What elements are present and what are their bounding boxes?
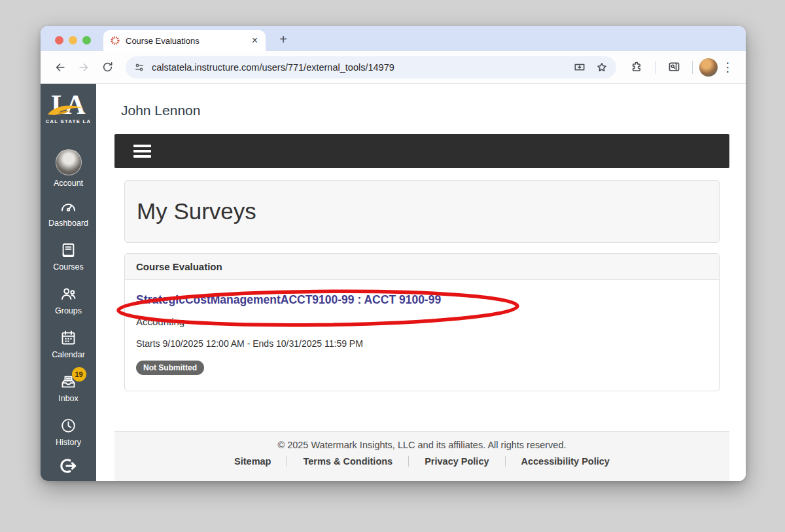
course-survey-link[interactable]: StrategicCostManagementACCT9100-99 : ACC… [136,293,441,307]
extensions-button[interactable] [625,56,648,79]
window-close-button[interactable] [55,36,63,44]
dashboard-gauge-icon [60,198,77,215]
forward-arrow-icon [77,61,90,74]
desktop-background: Course Evaluations × + [0,0,785,532]
course-subject: Accounting [136,316,708,327]
sidebar-item-courses[interactable]: Courses [41,234,96,278]
reload-button[interactable] [96,56,119,79]
sidebar-logout-button[interactable] [41,455,96,477]
window-controls [55,36,91,44]
card-header: Course Evaluation [125,254,719,280]
courses-book-icon [60,241,77,259]
save-install-icon[interactable] [573,61,586,74]
hamburger-menu-button[interactable] [131,142,154,160]
footer-link-sitemap[interactable]: Sitemap [218,456,287,467]
back-button[interactable] [48,56,72,79]
sidebar-item-label: Dashboard [48,219,88,228]
footer-link-accessibility[interactable]: Accessibility Policy [505,456,625,467]
address-bar[interactable]: calstatela.instructure.com/users/771/ext… [126,56,616,79]
canvas-favicon-icon [110,35,120,46]
cal-state-la-logo[interactable]: LA CAL STATE LA [41,84,96,137]
survey-dates: Starts 9/10/2025 12:00 AM - Ends 10/31/2… [136,338,708,349]
history-clock-icon [60,417,77,434]
sidebar-item-inbox[interactable]: 19 Inbox [41,366,96,410]
user-avatar [56,149,82,175]
surveys-heading: My Surveys [137,198,707,224]
toolbar-right-group: ⋮ [625,56,738,79]
browser-profile-avatar[interactable] [699,58,718,77]
course-evaluation-card: Course Evaluation StrategicCostManagemen… [124,253,720,391]
sidebar-item-label: Calendar [52,350,85,359]
browser-menu-button[interactable]: ⋮ [718,60,738,75]
tab-title: Course Evaluations [126,36,245,46]
toolbar-divider [655,61,655,74]
forward-button[interactable] [72,56,96,79]
footer-link-terms[interactable]: Terms & Conditions [287,456,408,467]
sidebar-item-label: History [56,438,81,447]
new-tab-button[interactable]: + [275,31,292,48]
groups-people-icon [60,285,77,303]
browser-toolbar: calstatela.instructure.com/users/771/ext… [41,51,746,84]
evaluation-tool-navbar [114,134,729,168]
side-panel-search-icon [667,60,681,74]
inbox-unread-badge: 19 [72,367,86,381]
bookmark-star-icon[interactable] [595,61,608,74]
sidebar-item-history[interactable]: History [41,410,96,453]
footer-link-privacy[interactable]: Privacy Policy [408,456,504,467]
sidebar-item-label: Account [54,179,83,188]
page-title: John Lennon [96,84,746,118]
card-body: StrategicCostManagementACCT9100-99 : ACC… [125,280,719,391]
footer-links: Sitemap Terms & Conditions Privacy Polic… [114,456,729,467]
browser-tab[interactable]: Course Evaluations × [103,30,266,51]
omnibox-actions [573,61,608,74]
tool-footer: © 2025 Watermark Insights, LLC and its a… [114,431,729,481]
sidebar-item-calendar[interactable]: Calendar [41,322,96,366]
toolbar-divider [692,61,693,74]
logo-text: LA [51,92,85,118]
sidebar-item-groups[interactable]: Groups [41,278,96,322]
status-badge: Not Submitted [136,361,204,375]
sidebar-item-dashboard[interactable]: Dashboard [41,190,96,234]
site-settings-icon[interactable] [133,62,145,73]
sidebar-item-account[interactable]: Account [41,147,96,190]
canvas-sidebar: LA CAL STATE LA Account Dashboard [41,84,96,481]
tab-strip: Course Evaluations × + [41,26,746,51]
browser-window: Course Evaluations × + [41,26,746,481]
my-surveys-panel: My Surveys [124,180,720,243]
extensions-puzzle-icon [630,61,643,74]
window-minimize-button[interactable] [69,36,77,44]
window-zoom-button[interactable] [82,36,91,44]
reload-icon [101,61,114,73]
sidebar-item-label: Groups [55,306,82,315]
tab-close-button[interactable]: × [251,34,259,47]
main-content: John Lennon My Surveys Course Evaluation… [96,84,746,481]
page-content: LA CAL STATE LA Account Dashboard [41,84,746,481]
back-arrow-icon [54,61,67,74]
sidebar-item-label: Courses [53,262,84,272]
url-text[interactable]: calstatela.instructure.com/users/771/ext… [152,62,567,73]
side-panel-search-button[interactable] [662,56,686,79]
sidebar-item-label: Inbox [58,394,78,403]
logout-arrow-icon [59,456,78,476]
copyright-text: © 2025 Watermark Insights, LLC and its a… [114,440,729,450]
calendar-icon [60,329,77,347]
